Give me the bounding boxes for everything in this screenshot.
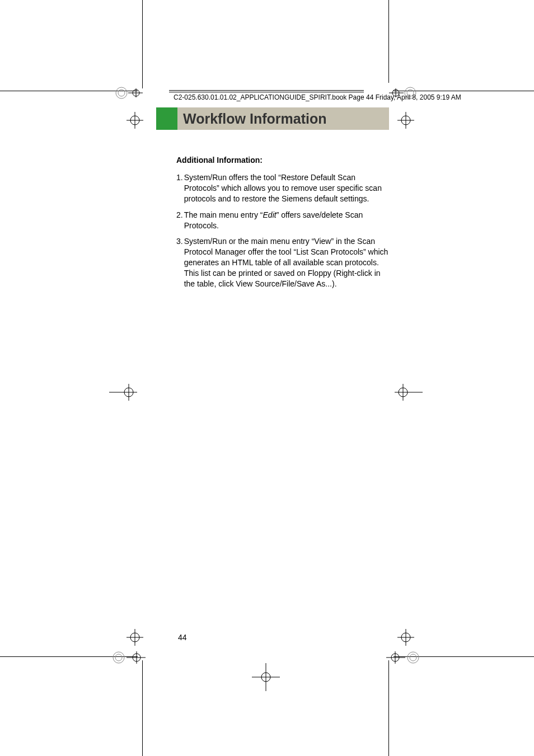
registration-mark-icon (112, 649, 146, 666)
registration-mark-icon (109, 384, 137, 401)
svg-point-29 (115, 654, 122, 661)
registration-mark-icon (127, 629, 143, 646)
registration-mark-icon (397, 112, 414, 129)
header-rule (169, 92, 364, 92)
subheading: Additional Information: (176, 156, 389, 165)
registration-mark-icon (252, 663, 280, 691)
section-header: Workflow Information (156, 107, 389, 130)
crop-line (388, 0, 389, 83)
crop-line (142, 660, 143, 756)
list-text: System/Run or the main menu entry “View”… (184, 236, 389, 289)
content-block: Additional Information: 1. System/Run of… (176, 156, 389, 295)
header-metadata: C2-025.630.01.01.02_APPLICATIONGUIDE_SPI… (174, 93, 461, 101)
list-item: 1. System/Run offers the tool “Restore D… (176, 172, 389, 204)
crop-line (388, 660, 389, 756)
list-number: 3. (176, 236, 184, 289)
registration-mark-icon (386, 649, 420, 666)
svg-point-37 (410, 654, 416, 661)
crop-line (142, 0, 143, 88)
registration-mark-icon (115, 86, 143, 100)
list-text: System/Run offers the tool “Restore Defa… (184, 172, 389, 204)
list-number: 1. (176, 172, 184, 204)
list-number: 2. (176, 210, 184, 231)
list-item: 2. The main menu entry “Edit” offers sav… (176, 210, 389, 231)
registration-mark-icon (127, 112, 143, 129)
registration-mark-icon (397, 629, 414, 646)
svg-point-28 (113, 652, 124, 663)
list-text: The main menu entry “Edit” offers save/d… (184, 210, 389, 231)
registration-mark-icon (395, 384, 423, 401)
header-rule (169, 90, 364, 91)
section-accent-block (156, 107, 177, 130)
section-title: Workflow Information (183, 111, 326, 127)
page-number: 44 (178, 633, 187, 642)
svg-point-36 (407, 652, 419, 663)
list-item: 3. System/Run or the main menu entry “Vi… (176, 236, 389, 289)
svg-point-1 (118, 90, 125, 96)
svg-point-0 (116, 87, 127, 98)
